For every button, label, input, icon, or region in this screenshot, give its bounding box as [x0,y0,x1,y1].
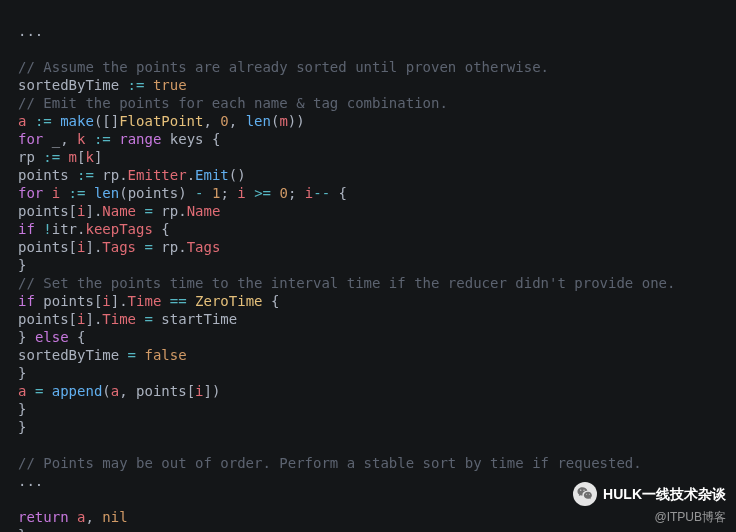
code-line: points[i].Tags = rp.Tags [18,239,220,255]
code-line: a := make([]FloatPoint, 0, len(m)) [18,113,305,129]
code-line: } else { [18,329,85,345]
code-line: points := rp.Emitter.Emit() [18,167,246,183]
code-line: } [18,527,26,532]
code-line: sortedByTime = false [18,347,187,363]
code-line: } [18,365,26,381]
watermark-text-2: @ITPUB博客 [654,508,726,526]
code-line: } [18,419,26,435]
code-line: sortedByTime := true [18,77,187,93]
code-line: ... [18,473,43,489]
code-line: } [18,401,26,417]
comment: // Points may be out of order. Perform a… [18,455,642,471]
comment: // Set the points time to the interval t… [18,275,675,291]
code-line: a = append(a, points[i]) [18,383,220,399]
code-line: points[i].Name = rp.Name [18,203,220,219]
code-line: } [18,257,26,273]
code-line: for i := len(points) - 1; i >= 0; i-- { [18,185,347,201]
comment: // Assume the points are already sorted … [18,59,549,75]
wechat-icon [573,482,597,506]
code-line: if !itr.keepTags { [18,221,170,237]
code-line: points[i].Time = startTime [18,311,237,327]
watermark-text-1: HULK一线技术杂谈 [603,485,726,503]
watermark: HULK一线技术杂谈 @ITPUB博客 [573,482,726,526]
code-line: if points[i].Time == ZeroTime { [18,293,279,309]
watermark-line1: HULK一线技术杂谈 [573,482,726,506]
comment: // Emit the points for each name & tag c… [18,95,448,111]
code-line: for _, k := range keys { [18,131,220,147]
code-line: rp := m[k] [18,149,102,165]
code-line: ... [18,23,43,39]
code-line: return a, nil [18,509,128,525]
code-block: ... // Assume the points are already sor… [0,0,736,532]
